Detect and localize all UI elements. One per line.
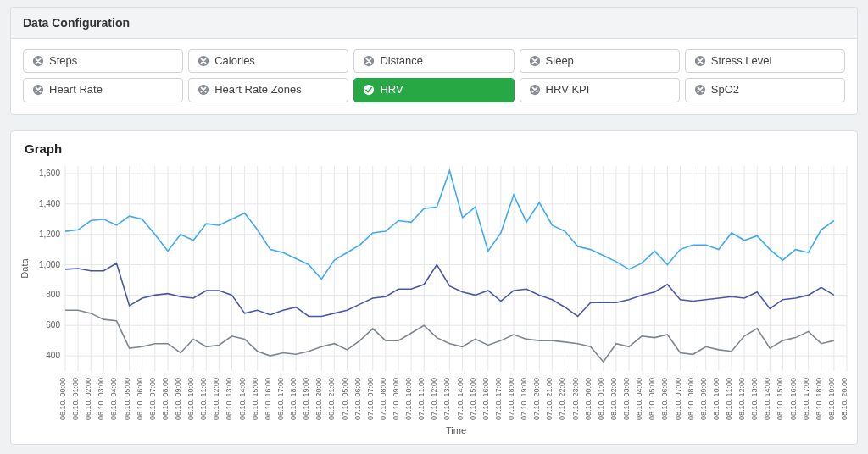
x-tick-label: 06.10. 05:00 [123,378,131,420]
x-tick-label: 06.10. 12:00 [212,378,220,420]
x-tick-label: 06.10. 01:00 [71,378,80,420]
x-tick-label: 06.10. 13:00 [225,378,233,420]
option-hrv[interactable]: HRV [353,78,514,102]
x-tick-label: 06.10. 15:00 [251,378,259,420]
x-tick-label: 06.10. 02:00 [84,378,92,420]
option-hr_zones[interactable]: Heart Rate Zones [188,78,348,102]
x-tick-label: 08.10. 20:00 [840,378,849,420]
x-tick-label: 07.10. 17:00 [494,378,503,420]
x-tick-label: 08.10. 17:00 [802,378,810,420]
x-tick-label: 07.10. 08:00 [379,378,387,420]
x-tick-label: 08.10. 09:00 [699,378,708,420]
x-tick-label: 06.10. 08:00 [161,378,170,420]
x-tick-label: 07.10. 06:00 [353,378,362,420]
x-tick-label: 08.10. 12:00 [737,378,746,420]
x-tick-label: 07.10. 23:00 [571,378,580,420]
y-tick-label: 1,600 [39,169,60,178]
option-label: Heart Rate Zones [214,84,302,96]
x-tick-label: 06.10. 17:00 [276,378,285,420]
x-tick-label: 06.10. 11:00 [199,378,208,420]
x-tick-label: 06.10. 04:00 [109,378,118,420]
option-hrv_kpi[interactable]: HRV KPI [520,78,680,102]
x-tick-label: 06.10. 06:00 [136,378,144,420]
x-tick-label: 07.10. 10:00 [404,378,413,420]
x-tick-label: 07.10. 05:00 [341,378,349,420]
y-tick-label: 600 [46,320,60,329]
option-label: HRV [380,84,403,96]
x-tick-label: 07.10. 09:00 [392,378,400,420]
option-label: SpO2 [711,84,739,96]
x-tick-label: 07.10. 19:00 [520,378,528,420]
svg-point-7 [364,85,374,95]
x-tick-label: 08.10. 07:00 [674,378,682,420]
x-tick-label: 08.10. 04:00 [635,378,643,420]
x-tick-label: 07.10. 11:00 [417,378,426,420]
x-tick-label: 08.10. 13:00 [750,378,759,420]
x-tick-label: 08.10. 10:00 [712,378,721,420]
x-tick-label: 06.10. 18:00 [289,378,298,420]
check-circle-icon [363,84,375,96]
x-tick-label: 07.10. 12:00 [430,378,438,420]
option-hr[interactable]: Heart Rate [23,78,183,102]
x-axis-label: Time [446,425,466,435]
x-tick-label: 06.10. 16:00 [264,378,272,420]
x-tick-label: 07.10. 07:00 [366,378,375,420]
graph-title: Graph [25,141,852,156]
x-tick-label: 07.10. 15:00 [469,378,477,420]
y-tick-label: 1,200 [39,229,60,238]
x-circle-icon [694,55,706,67]
option-label: Heart Rate [49,84,103,96]
x-tick-label: 07.10. 16:00 [481,378,490,420]
option-label: Sleep [546,55,574,67]
x-circle-icon [32,84,44,96]
option-stress[interactable]: Stress Level [685,49,845,73]
x-tick-label: 08.10. 05:00 [648,378,656,420]
data-config-title: Data Configuration [23,16,130,30]
option-label: Distance [380,55,423,67]
option-grid: StepsCaloriesDistanceSleepStress LevelHe… [23,49,845,102]
option-label: Steps [49,55,77,67]
hrv-chart: 4006008001,0001,2001,4001,60006.10. 00:0… [16,159,852,439]
x-tick-label: 08.10. 03:00 [622,378,631,420]
x-tick-label: 08.10. 02:00 [609,378,618,420]
x-tick-label: 08.10. 00:00 [584,378,593,420]
x-tick-label: 06.10. 09:00 [174,378,182,420]
x-tick-label: 06.10. 10:00 [186,378,195,420]
x-tick-label: 06.10. 21:00 [327,378,336,420]
x-tick-label: 08.10. 08:00 [687,378,695,420]
chart-container: 4006008001,0001,2001,4001,60006.10. 00:0… [16,159,852,439]
x-tick-label: 08.10. 14:00 [763,378,771,420]
x-circle-icon [32,55,44,67]
option-calories[interactable]: Calories [188,49,348,73]
x-tick-label: 08.10. 11:00 [725,378,733,420]
x-tick-label: 08.10. 15:00 [776,378,784,420]
option-label: Calories [214,55,255,67]
x-circle-icon [363,55,375,67]
data-config-header: Data Configuration [10,7,858,38]
x-circle-icon [529,84,541,96]
option-steps[interactable]: Steps [23,49,183,73]
x-circle-icon [529,55,541,67]
y-tick-label: 1,000 [39,259,60,269]
option-label: HRV KPI [546,84,590,96]
x-tick-label: 06.10. 07:00 [148,378,157,420]
data-config-panel: StepsCaloriesDistanceSleepStress LevelHe… [10,38,858,115]
option-sleep[interactable]: Sleep [520,49,680,73]
x-tick-label: 06.10. 14:00 [238,378,247,420]
option-spo2[interactable]: SpO2 [685,78,845,102]
x-tick-label: 06.10. 03:00 [97,378,105,420]
y-axis-label: Data [19,257,30,278]
x-tick-label: 08.10. 16:00 [789,378,798,420]
y-tick-label: 800 [46,290,60,299]
x-tick-label: 08.10. 18:00 [815,378,823,420]
option-label: Stress Level [711,55,772,67]
option-distance[interactable]: Distance [353,49,514,73]
x-circle-icon [198,55,209,67]
x-tick-label: 06.10. 20:00 [314,378,323,420]
y-tick-label: 400 [46,351,60,360]
x-circle-icon [198,84,209,96]
x-circle-icon [694,84,706,96]
x-tick-label: 08.10. 06:00 [660,378,669,420]
x-tick-label: 08.10. 01:00 [597,378,605,420]
y-tick-label: 1,400 [39,198,60,208]
